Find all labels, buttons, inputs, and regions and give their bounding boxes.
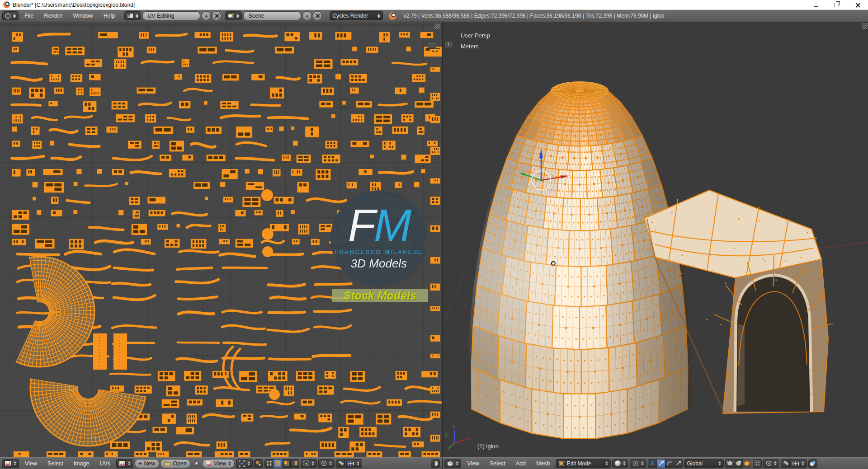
manipulator-toggle-button[interactable] [648,459,657,468]
proportional-edit-icon [766,460,772,466]
v3d-editor-type-button[interactable] [444,459,461,468]
uv-pivot-selector[interactable] [236,459,253,468]
uv-image-editor: FM FRANCESCO MILANESE 3D Models Stock Mo… [0,22,442,457]
scene-name-field[interactable]: Scene [243,11,301,20]
uv-snap-group [336,459,362,468]
select-vertex-button[interactable] [725,459,734,468]
uv-pixel-snap-button[interactable] [431,459,440,468]
dropdown-arrows-icon [13,14,16,18]
uv-menu-uvs[interactable]: UVs [95,460,115,467]
edge-mode-icon [736,460,741,466]
v3d-menu-mesh[interactable]: Mesh [532,460,555,467]
uv-proportional-edit-selector[interactable] [318,459,335,468]
add-scene-button[interactable]: + [302,11,311,20]
image-datablock-selector[interactable] [116,459,133,468]
plus-icon: + [306,13,309,19]
delete-layout-button[interactable] [212,11,221,20]
uv-view-dropdown[interactable]: View [202,459,235,468]
blender-logo-icon [3,1,10,8]
uv-area-corner-widget[interactable] [434,23,440,29]
pin-icon[interactable] [193,460,200,467]
uv-sync-selection-toggle[interactable] [254,459,263,468]
edit-mode-icon [558,460,564,466]
face-mode-icon [283,460,289,466]
plus-icon: + [138,460,142,467]
title-bar: Blender* [C:\Users\franc\Desktop\igloo\i… [0,0,868,10]
menu-file[interactable]: File [20,13,38,19]
scene-statistics: v2.79 | Verts:36,588/36,588 | Edges:72,3… [403,13,664,19]
image-icon [206,461,212,466]
new-image-button[interactable]: +New [135,459,159,468]
menu-render[interactable]: Render [39,13,67,19]
v3d-area-corner-widget[interactable] [862,23,868,29]
limit-selection-visible-button[interactable] [753,459,762,468]
select-edge-button[interactable] [734,459,743,468]
magnet-icon [783,460,788,467]
select-face-button[interactable] [742,459,751,468]
v3d-menu-view[interactable]: View [462,460,484,467]
viewport-3d-canvas[interactable] [443,22,868,457]
editor-type-info-button[interactable] [2,11,19,20]
dropdown-arrows-icon [247,461,250,465]
v3d-menu-select[interactable]: Select [485,460,510,467]
uv-snap-element-selector[interactable] [344,459,362,468]
fm-initials: FM [348,204,410,246]
orientation-selector[interactable]: Global [684,459,724,468]
menu-help[interactable]: Help [99,13,120,19]
proportional-edit-icon [321,460,327,466]
mode-label: Edit Mode [566,460,591,467]
add-layout-button[interactable]: + [202,11,211,20]
viewport-shading-selector[interactable] [612,459,628,468]
uv-menu-view[interactable]: View [20,460,42,467]
fm-logo-watermark: FM FRANCESCO MILANESE 3D Models [330,190,427,287]
fm-initial-f: F [348,200,374,250]
v3d-menu-add[interactable]: Add [511,460,530,467]
uv-select-vertex-button[interactable] [264,459,274,468]
pivot-center-selector[interactable] [630,459,646,468]
uv-editor-header: View Select Image UVs +New Open View [0,457,442,469]
restore-button[interactable] [826,0,847,10]
blender-logo-small-icon [389,12,396,20]
layout-name-field[interactable]: UV Editing [142,11,200,20]
new-label: New [144,460,156,467]
dropdown-arrows-icon [802,461,804,465]
minimize-icon [814,6,818,7]
uv-snap-toggle[interactable] [336,459,345,468]
manipulator-scale-button[interactable] [674,459,683,468]
open-label: Open [173,460,187,467]
v3d-proportional-edit-selector[interactable] [763,459,779,468]
uv-menu-image[interactable]: Image [69,460,94,467]
delete-scene-button[interactable] [313,11,322,20]
manipulator-rotate-button[interactable] [665,459,674,468]
uv-select-edge-button[interactable] [273,459,282,468]
uv-select-face-button[interactable] [282,459,291,468]
uv-panel-expand-button[interactable]: + [428,41,436,49]
spheres-icon [810,460,816,467]
uv-sticky-selection-selector[interactable] [301,459,317,468]
dropdown-arrows-icon [623,461,626,465]
v3d-panel-expand-button[interactable]: + [444,41,453,49]
manipulator-translate-button[interactable] [656,459,665,468]
dropdown-arrows-icon [228,461,231,465]
scene-selector[interactable] [225,11,242,20]
v3d-snap-toggle[interactable] [781,459,790,468]
uv-selection-mode-group [264,459,299,468]
menu-window[interactable]: Window [68,13,97,19]
uv-editor-type-button[interactable] [2,459,19,468]
layout-name: UV Editing [147,13,174,19]
sync-cursor-icon [255,460,262,467]
screen-layout-selector[interactable] [124,11,141,20]
close-button[interactable] [847,0,868,10]
render-engine-selector[interactable]: Cycles Render [330,11,383,20]
minimize-button[interactable] [806,0,826,10]
magnet-icon [338,460,344,467]
open-image-button[interactable]: Open [160,459,191,468]
render-border-button[interactable] [808,459,817,468]
dropdown-arrows-icon [136,14,138,18]
mode-selector[interactable]: Edit Mode [556,459,611,468]
v3d-snap-element-selector[interactable] [789,459,807,468]
close-icon [855,3,860,8]
orientation-label: Global [687,460,703,467]
uv-menu-select[interactable]: Select [43,460,68,467]
uv-select-island-button[interactable] [290,459,299,468]
